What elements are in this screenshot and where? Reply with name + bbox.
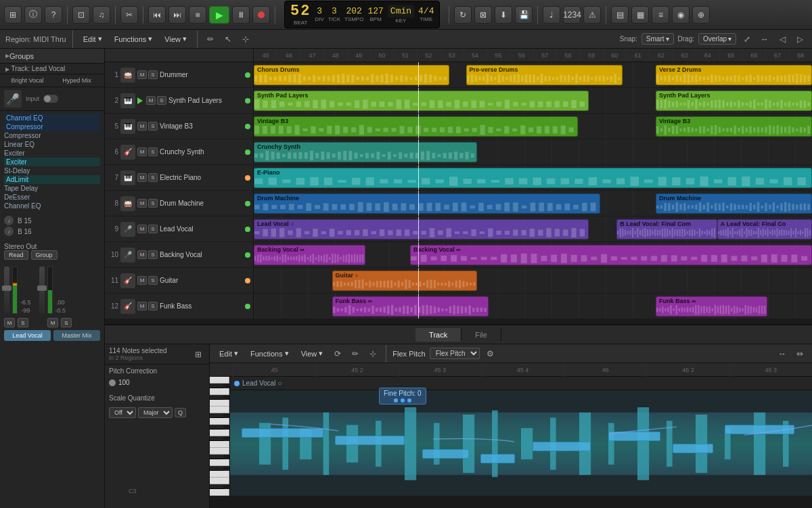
cycle-button[interactable]: ↻	[454, 6, 472, 24]
record-button[interactable]	[252, 6, 270, 24]
track-content-10[interactable]: Backing Vocal ∞Backing Vocal ∞	[254, 242, 812, 267]
region-12-1[interactable]: Funk Bass ∞	[656, 296, 767, 317]
plugin-st-delay[interactable]: St-Delay	[4, 166, 100, 175]
plugin-linear-eq[interactable]: Linear EQ	[4, 140, 100, 149]
piano-key-white-11[interactable]	[210, 441, 229, 448]
piano-key-white-0[interactable]	[210, 377, 229, 384]
region-1-0[interactable]: Chorus Drums	[254, 65, 449, 85]
piano-key-white-4[interactable]	[210, 400, 229, 407]
plugin-deesser[interactable]: DeEsser	[4, 193, 100, 202]
functions-menu[interactable]: Functions ▾	[110, 33, 157, 45]
pitch-note-6[interactable]	[608, 432, 660, 441]
region-12-0[interactable]: Funk Bass ∞	[332, 296, 489, 317]
global-tracks-button[interactable]: ⊕	[692, 6, 710, 24]
s-btn-2[interactable]: S	[61, 318, 72, 327]
bottom-left-settings-icon[interactable]: ⊞	[191, 348, 205, 361]
rewind-button[interactable]: ⏮	[148, 6, 166, 24]
stop-button[interactable]: ■	[189, 6, 206, 24]
master-mix-btn[interactable]: Master Mix	[53, 330, 100, 341]
group-btn[interactable]: Group	[31, 250, 58, 260]
fp-settings-icon[interactable]: ⚙	[484, 347, 497, 361]
scroll-left-icon[interactable]: ◁	[775, 32, 789, 46]
fader-2[interactable]	[39, 267, 45, 314]
lead-vocal-btn[interactable]: Lead Vocal	[4, 330, 51, 341]
scale-major-select[interactable]: Major	[138, 407, 173, 418]
s-btn-1[interactable]: S	[18, 318, 28, 327]
region-8-0[interactable]: Drum Machine	[254, 193, 600, 214]
solo-btn-8[interactable]: S	[148, 199, 158, 208]
piano-key-black-13[interactable]	[210, 455, 223, 459]
piano-key-white-12[interactable]	[210, 448, 229, 455]
track-content-9[interactable]: Lead Vocal ○B Lead Vocal: Final ComA Lea…	[254, 216, 812, 241]
m-btn-2[interactable]: M	[47, 318, 58, 327]
mute-btn-5[interactable]: M	[137, 122, 147, 131]
region-10-1[interactable]: Backing Vocal ∞	[410, 245, 812, 265]
region-2-1[interactable]: Synth Pad Layers	[656, 91, 812, 111]
piano-key-white-2[interactable]	[210, 388, 229, 395]
track-content-7[interactable]: E-Piano	[254, 165, 812, 190]
play-button[interactable]: ▶	[209, 6, 229, 24]
pitch-knob[interactable]	[109, 379, 116, 386]
mute-btn-8[interactable]: M	[137, 199, 147, 208]
mute-btn-2[interactable]: M	[146, 96, 156, 105]
input-toggle[interactable]	[43, 95, 58, 103]
fader-thumb-2[interactable]	[37, 285, 47, 291]
m-btn-1[interactable]: M	[4, 318, 15, 327]
zoom-fit-icon[interactable]: ↔	[758, 32, 771, 46]
piano-key-black-10[interactable]	[210, 436, 223, 441]
region-11-0[interactable]: Guitar ○	[332, 271, 478, 291]
region-1-2[interactable]: Verse 2 Drums	[656, 65, 812, 85]
pencil-icon[interactable]: ✏	[204, 32, 217, 46]
region-6-0[interactable]: Crunchy Synth	[254, 142, 477, 162]
piano-key-white-19[interactable]	[210, 489, 229, 496]
pitch-note-5[interactable]	[533, 442, 591, 451]
region-5-0[interactable]: Vintage B3	[254, 116, 578, 137]
plugin-adlimit[interactable]: AdLimit	[4, 175, 100, 184]
scale-off-select[interactable]: Off	[109, 407, 136, 418]
mute-btn-6[interactable]: M	[137, 147, 147, 156]
fp-loop-icon[interactable]: ⟳	[331, 347, 344, 361]
edit-menu[interactable]: Edit ▾	[79, 33, 106, 45]
fp-functions-menu[interactable]: Functions ▾	[246, 348, 293, 359]
track-content-8[interactable]: Drum MachineDrum Machine	[254, 191, 812, 216]
settings-button[interactable]: ⊞	[4, 6, 22, 24]
pitch-note-3[interactable]	[422, 449, 469, 459]
track-content-6[interactable]: Crunchy Synth	[254, 139, 812, 164]
plugin-exciter-2[interactable]: Exciter	[4, 158, 100, 166]
mute-btn-12[interactable]: M	[137, 302, 147, 310]
cpu-button[interactable]: ⊡	[72, 6, 90, 24]
snap-dropdown[interactable]: Smart ▾	[641, 33, 674, 45]
piano-key-black-3[interactable]	[210, 395, 223, 400]
track-content-2[interactable]: Synth Pad LayersSynth Pad Layers	[254, 88, 812, 113]
pointer-tool[interactable]: ↖	[221, 32, 235, 46]
tab-file[interactable]: File	[461, 328, 501, 342]
piano-key-black-18[interactable]	[210, 484, 223, 489]
fp-zoom-h-icon[interactable]: ↔	[775, 347, 789, 361]
pitch-note-4[interactable]	[480, 454, 516, 463]
solo-btn-11[interactable]: S	[148, 276, 158, 285]
track-content-11[interactable]: Guitar ○	[254, 268, 812, 293]
solo-btn-9[interactable]: S	[148, 225, 158, 233]
fp-edit-menu[interactable]: Edit ▾	[215, 348, 242, 359]
solo-btn-10[interactable]: S	[148, 250, 158, 259]
piano-key-white-17[interactable]	[210, 478, 229, 484]
plugin-channel-eq-2[interactable]: Channel EQ	[4, 202, 100, 210]
scissors-button[interactable]: ✂	[120, 6, 138, 24]
download-button[interactable]: ⬇	[495, 6, 512, 24]
fader-1[interactable]	[4, 267, 9, 314]
plugin-exciter-1[interactable]: Exciter	[4, 149, 100, 158]
scroll-right-icon[interactable]: ▷	[793, 32, 807, 46]
piano-key-black-6[interactable]	[210, 413, 223, 418]
fp-tool-icon[interactable]: ⊹	[366, 347, 380, 361]
plugin-compressor-1[interactable]: Compressor	[4, 122, 100, 131]
solo-lock-button[interactable]: ⊠	[474, 6, 492, 24]
pitch-note-8[interactable]	[725, 425, 794, 434]
help-button[interactable]: ?	[45, 6, 62, 24]
save-button[interactable]: 💾	[515, 6, 533, 24]
plugin-compressor-2[interactable]: Compressor	[4, 131, 100, 140]
mute-btn-7[interactable]: M	[137, 173, 147, 182]
region-10-0[interactable]: Backing Vocal ∞	[254, 245, 365, 265]
mute-btn-10[interactable]: M	[137, 250, 147, 259]
region-5-1[interactable]: Vintage B3	[656, 116, 812, 137]
count-in-button[interactable]: 1234	[563, 6, 581, 24]
